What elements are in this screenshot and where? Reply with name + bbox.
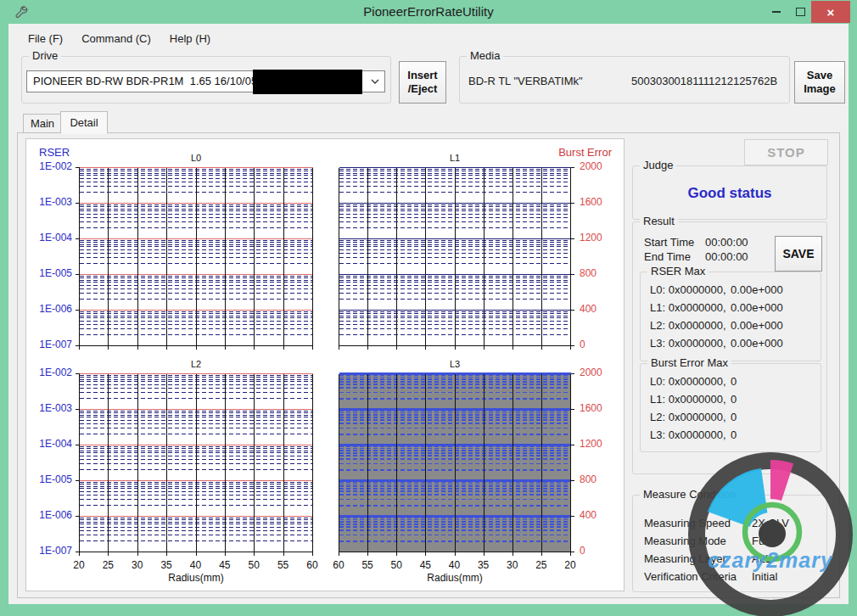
drive-selected-value: PIONEER BD-RW BDR-PR1M 1.65 16/10/05 <box>33 71 257 92</box>
window-title: PioneerErrorRateUtility <box>0 4 857 19</box>
verification-criteria-value: Initial <box>752 570 777 583</box>
x-axis-tick-l3: 55 <box>356 559 379 571</box>
save-image-button[interactable]: Save Image <box>794 61 845 104</box>
burst-axis-tick-l3: 1200 <box>580 438 617 450</box>
rser-axis-tick-l2: 1E-005 <box>28 473 72 485</box>
chart-l0-grid <box>79 167 320 353</box>
burst-max-row-l0: L0: 0x0000000, <box>650 375 726 388</box>
media-group-label: Media <box>467 49 503 63</box>
chevron-down-icon <box>371 79 379 84</box>
chart-title-l3: L3 <box>339 359 571 369</box>
rser-axis-tick-l0: 1E-005 <box>28 267 72 279</box>
rser-max-label: RSER Max <box>647 265 709 278</box>
burst-axis-tick-l3: 0 <box>580 545 617 557</box>
end-time-value: 00:00:00 <box>705 250 748 263</box>
rser-axis-tick-l0: 1E-006 <box>28 303 72 315</box>
burst-max-row-l2: L2: 0x0000000, <box>650 411 726 423</box>
burst-axis-tick-l1: 1600 <box>580 196 617 208</box>
rser-axis-title: RSER <box>39 146 70 159</box>
x-axis-tick-l3: 30 <box>501 559 524 571</box>
measuring-speed-value: 2X CLV <box>752 517 789 529</box>
burst-error-max-groupbox: Burst Error Max L0: 0x0000000, 0 L1: 0x0… <box>640 363 821 452</box>
rser-axis-tick-l2: 1E-006 <box>28 509 72 521</box>
result-group-label: Result <box>640 215 678 228</box>
x-axis-tick-l2: 40 <box>184 559 208 571</box>
end-time-label: End Time <box>644 250 691 263</box>
chart-title-l2: L2 <box>79 359 313 369</box>
stop-button[interactable]: STOP <box>744 139 828 165</box>
media-disc-id: 50030300181111212125762B <box>631 75 777 87</box>
start-time-label: Start Time <box>644 236 694 249</box>
rser-axis-tick-l2: 1E-002 <box>28 367 72 378</box>
minimize-button[interactable] <box>765 3 787 21</box>
measure-condition-label: Measure Condition <box>640 488 739 501</box>
burst-axis-tick-l1: 0 <box>580 339 617 350</box>
burst-axis-tick-l1: 1200 <box>580 232 617 244</box>
burst-axis-tick-l3: 1600 <box>580 402 617 414</box>
rser-max-row-l1: L1: 0x0000000, <box>650 301 726 314</box>
save-image-label-2: Image <box>804 82 836 96</box>
burst-axis-tick-l3: 800 <box>580 473 617 485</box>
verification-criteria-label: Verification Criteria <box>644 570 737 583</box>
chart-l3-grid <box>339 373 578 559</box>
rser-max-value-l3: 0.00e+000 <box>731 337 783 350</box>
insert-eject-button[interactable]: Insert /Eject <box>399 61 446 104</box>
menu-file[interactable]: File (F) <box>19 29 72 48</box>
x-axis-tick-l2: 25 <box>96 559 120 571</box>
rser-axis-tick-l2: 1E-003 <box>28 402 72 414</box>
measuring-layer-value: ALL <box>752 552 771 565</box>
burst-max-value-l3: 0 <box>731 428 737 441</box>
chart-title-l0: L0 <box>79 153 313 163</box>
drive-group-label: Drive <box>29 49 61 63</box>
judge-group-label: Judge <box>640 159 676 172</box>
burst-error-max-label: Burst Error Max <box>647 356 731 370</box>
chart-panel: RSER Burst Error L01E-0021E-0031E-0041E-… <box>25 138 625 591</box>
rser-max-value-l0: 0.00e+000 <box>731 283 783 296</box>
chart-l2-grid <box>79 373 320 559</box>
title-bar: PioneerErrorRateUtility × <box>0 0 857 24</box>
close-button[interactable]: × <box>811 1 850 23</box>
maximize-button[interactable] <box>789 3 811 21</box>
menu-help[interactable]: Help (H) <box>160 29 220 48</box>
x-axis-tick-l3: 60 <box>327 559 350 571</box>
rser-max-value-l1: 0.00e+000 <box>731 301 783 314</box>
x-axis-tick-l2: 45 <box>213 559 237 571</box>
measuring-layer-label: Measuring Layer <box>644 552 726 565</box>
burst-axis-tick-l3: 400 <box>580 509 617 521</box>
chart-title-l1: L1 <box>339 153 571 163</box>
x-axis-tick-l2: 50 <box>242 559 266 571</box>
tab-main[interactable]: Main <box>23 114 62 133</box>
burst-axis-tick-l3: 2000 <box>580 367 617 378</box>
insert-eject-label-1: Insert <box>407 69 437 82</box>
x-axis-tick-l3: 25 <box>529 559 553 571</box>
rser-axis-tick-l0: 1E-003 <box>28 196 72 208</box>
save-image-label-1: Save <box>807 69 832 82</box>
x-axis-tick-l2: 30 <box>126 559 149 571</box>
app-window: PioneerErrorRateUtility × File (F) Comma… <box>0 0 857 616</box>
save-button[interactable]: SAVE <box>775 236 822 272</box>
rser-axis-tick-l0: 1E-004 <box>28 232 72 244</box>
x-axis-tick-l3: 45 <box>413 559 437 571</box>
burst-max-row-l3: L3: 0x0000000, <box>650 428 726 441</box>
drive-combobox[interactable]: PIONEER BD-RW BDR-PR1M 1.65 16/10/05 <box>26 70 385 92</box>
minimize-icon <box>772 11 781 13</box>
rser-max-value-l2: 0.00e+000 <box>731 319 783 332</box>
x-axis-tick-l3: 50 <box>384 559 408 571</box>
burst-axis-tick-l1: 400 <box>580 303 617 315</box>
x-axis-tick-l3: 20 <box>558 559 582 571</box>
measuring-speed-label: Measuring Speed <box>644 517 731 529</box>
rser-axis-tick-l2: 1E-007 <box>28 545 72 557</box>
x-axis-tick-l2: 55 <box>272 559 295 571</box>
menu-command[interactable]: Command (C) <box>72 29 160 48</box>
measure-condition-groupbox: Measure Condition Measuring Speed 2X CLV… <box>632 495 827 592</box>
x-axis-tick-l2: 35 <box>154 559 178 571</box>
measuring-mode-value: Full <box>752 535 770 547</box>
menu-bar: File (F) Command (C) Help (H) <box>19 28 220 48</box>
result-groupbox: Result Start Time 00:00:00 End Time 00:0… <box>632 221 827 474</box>
tab-detail[interactable]: Detail <box>60 111 108 134</box>
x-axis-tick-l2: 60 <box>300 559 324 571</box>
x-axis-tick-l3: 40 <box>443 559 467 571</box>
burst-max-value-l0: 0 <box>731 375 737 388</box>
burst-max-value-l1: 0 <box>731 393 737 406</box>
rser-max-row-l3: L3: 0x0000000, <box>650 337 726 350</box>
